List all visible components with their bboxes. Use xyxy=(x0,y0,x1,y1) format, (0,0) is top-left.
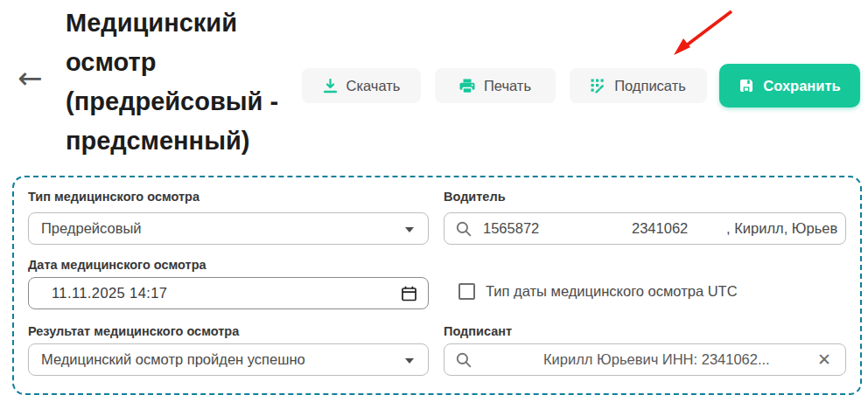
save-button-label: Сохранить xyxy=(763,78,840,94)
driver-value-id1: 1565872 xyxy=(483,220,539,237)
sign-button-label: Подписать xyxy=(614,78,686,94)
calendar-icon[interactable] xyxy=(402,286,416,305)
signature-icon xyxy=(591,79,606,94)
signer-search-input[interactable]: Кирилл Юрьевич ИНН: 2341062... ✕ xyxy=(444,343,846,376)
exam-type-value: Предрейсовый xyxy=(41,220,142,237)
driver-value-name: , Кирилл, Юрьев xyxy=(726,220,837,237)
printer-icon xyxy=(459,79,475,94)
exam-type-label: Тип медицинского осмотра xyxy=(28,190,200,204)
download-button-label: Скачать xyxy=(346,78,401,94)
exam-result-label: Результат медицинского осмотра xyxy=(28,324,239,338)
download-icon xyxy=(323,79,338,94)
exam-result-value: Медицинский осмотр пройден успешно xyxy=(41,351,305,368)
chevron-down-icon xyxy=(405,227,414,232)
back-arrow-icon[interactable]: ← xyxy=(18,63,43,93)
signer-value: Кирилл Юрьевич ИНН: 2341062... xyxy=(543,351,770,368)
exam-date-label: Дата медицинского осмотра xyxy=(28,258,206,272)
search-icon xyxy=(456,221,472,240)
page-title: Медицинский осмотр (предрейсовый - предс… xyxy=(66,3,312,161)
driver-label: Водитель xyxy=(444,190,506,204)
exam-date-value: 11.11.2025 14:17 xyxy=(52,285,167,302)
utc-checkbox[interactable] xyxy=(458,283,475,300)
driver-value-id2: 2341062 xyxy=(632,220,688,237)
exam-result-select[interactable]: Медицинский осмотр пройден успешно xyxy=(28,343,429,376)
chevron-down-icon xyxy=(405,358,414,364)
medical-exam-form: Тип медицинского осмотра Предрейсовый Во… xyxy=(12,176,862,395)
download-button[interactable]: Скачать xyxy=(302,68,421,103)
utc-checkbox-row[interactable]: Тип даты медицинского осмотра UTC xyxy=(458,283,738,300)
driver-search-input[interactable]: 1565872 2341062 , Кирилл, Юрьев xyxy=(444,212,846,245)
utc-checkbox-label: Тип даты медицинского осмотра UTC xyxy=(486,283,738,300)
search-icon xyxy=(456,352,472,371)
save-icon xyxy=(738,78,754,94)
save-button[interactable]: Сохранить xyxy=(719,64,860,107)
page: ← Медицинский осмотр (предрейсовый - пре… xyxy=(0,0,868,402)
signer-label: Подписант xyxy=(444,324,512,338)
exam-type-select[interactable]: Предрейсовый xyxy=(28,212,429,245)
exam-date-input[interactable]: 11.11.2025 14:17 xyxy=(28,277,429,309)
sign-button[interactable]: Подписать xyxy=(570,68,707,103)
clear-icon[interactable]: ✕ xyxy=(817,350,831,370)
print-button-label: Печать xyxy=(484,78,531,94)
print-button[interactable]: Печать xyxy=(435,68,556,103)
